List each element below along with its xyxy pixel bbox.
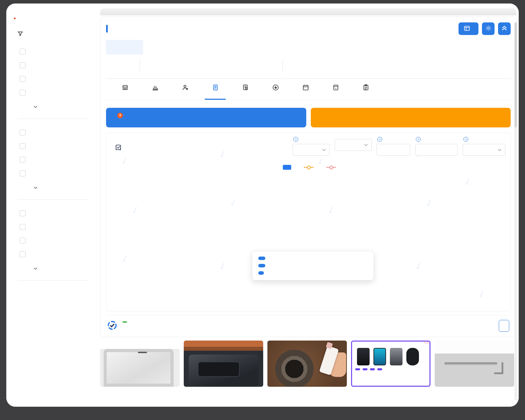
tab-shop-attributes[interactable]: [321, 84, 350, 100]
chevron-down-icon: [322, 149, 326, 151]
rust-ring-graphic: [275, 350, 314, 387]
tab-seller-sales[interactable]: [170, 84, 200, 100]
stat-monthly-revenue: [172, 59, 221, 73]
filter-option-ace[interactable]: [20, 224, 91, 230]
earphone-thumb: [406, 348, 419, 365]
new-product-definition-select[interactable]: [463, 144, 505, 156]
legend-market-share[interactable]: [304, 167, 316, 168]
checkbox[interactable]: [20, 76, 26, 82]
shop-icon: [321, 84, 350, 91]
title-accent-bar: [106, 25, 108, 33]
checkbox[interactable]: [20, 238, 26, 244]
section-title: [115, 145, 125, 153]
search-filter-header: [18, 31, 96, 38]
tab-market-overview[interactable]: [110, 84, 140, 100]
report-card: [100, 16, 517, 337]
discount-badge: [423, 342, 429, 344]
checkbox[interactable]: [20, 210, 26, 216]
tab-listing-time[interactable]: [291, 84, 320, 100]
section-checkbox-icon: [115, 145, 122, 153]
scrollbar-thumb[interactable]: [514, 22, 517, 127]
tab-rating-stars[interactable]: [261, 84, 290, 100]
filter-option-metro-manila[interactable]: [20, 76, 91, 82]
control-start-price: [377, 137, 410, 156]
market-icon: [110, 84, 140, 91]
filter-option-domestic[interactable]: [20, 49, 91, 55]
shipped-from-more-button[interactable]: [30, 103, 96, 110]
help-icon[interactable]: [293, 137, 298, 142]
checkbox[interactable]: [20, 170, 26, 176]
graphic: [494, 362, 503, 374]
filter-option-shopee-mall[interactable]: [20, 130, 91, 135]
collapse-button[interactable]: [498, 22, 511, 35]
promo-tag: [355, 368, 360, 370]
product-image-5[interactable]: [435, 341, 514, 387]
sidebar: [6, 4, 99, 407]
graphic: [198, 362, 240, 377]
filter-option-kuku[interactable]: [20, 210, 91, 216]
checkbox[interactable]: [20, 49, 26, 55]
span-input[interactable]: [415, 144, 458, 156]
help-icon[interactable]: [117, 113, 123, 118]
shops-promos-more-button[interactable]: [30, 184, 96, 190]
product-image-2[interactable]: [184, 341, 263, 387]
product-image-4-promo[interactable]: [351, 341, 430, 387]
price-distribution-chart[interactable]: [111, 171, 505, 310]
filter-option-siguradong-mura[interactable]: [20, 157, 91, 163]
vertical-scrollbar[interactable]: [514, 22, 517, 400]
analysis-type-select[interactable]: [335, 139, 372, 151]
checkbox[interactable]: [20, 62, 26, 68]
divider: [18, 280, 89, 281]
funnel-icon: [18, 31, 23, 38]
calendar-icon: [291, 84, 320, 91]
brand-more-button[interactable]: [30, 265, 96, 271]
filter-option-platinum-karaoke[interactable]: [20, 251, 91, 257]
chevron-down-icon: [34, 265, 37, 271]
metal-bracket-graphic: [444, 362, 497, 364]
filter-option-fulfilled-by-shopee[interactable]: [20, 143, 91, 149]
checkbox[interactable]: [20, 130, 26, 135]
data-range-select[interactable]: [293, 144, 330, 156]
gear-icon: [485, 25, 491, 32]
filter-option-overseas[interactable]: [20, 62, 91, 68]
checkbox[interactable]: [20, 224, 26, 230]
filter-option-north-luzon[interactable]: [20, 90, 91, 96]
stat-new-product-sales: [221, 59, 282, 73]
legend-review-share[interactable]: [326, 167, 339, 168]
checkbox[interactable]: [20, 157, 26, 163]
category-stats-row: [106, 59, 511, 79]
stat-top5-seller-monopoly: [339, 59, 394, 73]
blue-square-icon: [283, 165, 291, 170]
tab-product-list[interactable]: [351, 84, 380, 100]
review-search-icon: [231, 84, 260, 91]
split-window-button[interactable]: [458, 22, 478, 35]
tab-price-range[interactable]: [201, 84, 230, 100]
new-product-price-banner: [311, 108, 511, 127]
checkbox[interactable]: [20, 90, 26, 96]
legend-product-count[interactable]: [283, 165, 294, 170]
filter-option-spaylater[interactable]: [20, 170, 91, 176]
filter-option-gell[interactable]: [20, 238, 91, 244]
checkbox[interactable]: [20, 143, 26, 149]
product-image-3[interactable]: [267, 341, 347, 387]
double-chevron-up-icon: [502, 26, 507, 32]
product-image-1[interactable]: [100, 341, 180, 387]
chevron-down-icon: [498, 149, 502, 151]
help-icon[interactable]: [377, 137, 382, 142]
bulk-copy-product-id-button[interactable]: [499, 320, 509, 332]
start-price-input[interactable]: [377, 144, 410, 156]
tab-sales-distribution[interactable]: [140, 84, 170, 100]
tooltip-row: [258, 257, 368, 260]
settings-button[interactable]: [482, 22, 495, 35]
phone-stand-thumb: [390, 348, 402, 365]
divider: [18, 200, 89, 200]
main-content: [99, 4, 519, 407]
breadcrumb: [106, 40, 143, 55]
checkbox[interactable]: [20, 251, 26, 257]
help-icon[interactable]: [463, 137, 468, 142]
tab-review-count[interactable]: [231, 84, 260, 100]
product-image-strip: [100, 341, 517, 387]
graphic: [138, 352, 147, 353]
help-icon[interactable]: [416, 137, 421, 142]
green-dash-icon: [122, 321, 127, 323]
